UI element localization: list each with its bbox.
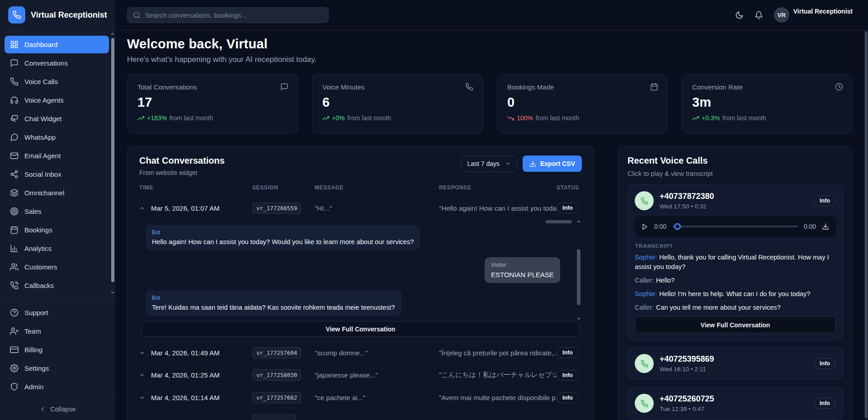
view-full-conversation-button[interactable]: View Full Conversation: [635, 316, 836, 333]
table-row-partial[interactable]: [139, 409, 582, 420]
sidebar-item-social-inbox[interactable]: Social Inbox: [5, 165, 109, 183]
info-badge[interactable]: Info: [814, 195, 836, 206]
conversation-scrollbar[interactable]: [576, 219, 581, 321]
sidebar-item-omnichannel[interactable]: Omnichannel: [5, 184, 109, 202]
stat-label: Total Conversations: [137, 83, 288, 91]
chevron-down-icon[interactable]: [576, 316, 581, 321]
row-time-cell: Mar 4, 2026, 01:25 AM: [139, 371, 252, 379]
trending-up-icon: [692, 115, 699, 122]
play-icon[interactable]: [642, 223, 648, 230]
sidebar-item-team[interactable]: Team: [5, 322, 109, 340]
page-scrollbar[interactable]: [864, 30, 868, 420]
sidebar-scrollbar-thumb[interactable]: [111, 38, 114, 282]
user-menu[interactable]: VR Virtual Receptionist: [774, 7, 853, 23]
search-input[interactable]: [145, 11, 323, 19]
sidebar-item-analytics[interactable]: Analytics: [5, 240, 109, 257]
call-number: +40725260725: [660, 394, 714, 404]
chevron-down-icon[interactable]: [139, 372, 145, 378]
download-icon[interactable]: [822, 223, 829, 230]
row-response: "こんにちは！私はバーチャルレセプショ...: [439, 371, 557, 379]
stat-card-voice-minutes: Voice Minutes 6 +0% from last month: [312, 74, 483, 133]
sidebar-item-label: Voice Agents: [24, 96, 64, 104]
bubble-text: Tere! Kuidas ma saan teid täna aidata? K…: [152, 304, 395, 311]
page-scrollbar-thumb[interactable]: [865, 31, 868, 418]
collapse-sidebar-button[interactable]: Collapse: [0, 397, 115, 420]
player-seek-slider[interactable]: [672, 226, 798, 227]
sidebar-item-billing[interactable]: Billing: [5, 341, 109, 359]
bubble-sender: Visitor: [491, 262, 554, 268]
sidebar-item-sales[interactable]: Sales: [5, 203, 109, 220]
session-badge: vr_177257662: [252, 392, 301, 403]
chevron-down-icon[interactable]: [110, 290, 115, 295]
sidebar-item-customers[interactable]: Customers: [5, 258, 109, 276]
sidebar-item-support[interactable]: Support: [5, 304, 109, 321]
horizontal-scrollbar-thumb[interactable]: [546, 220, 572, 223]
column-header-session: SESSION: [252, 184, 315, 191]
voice-call-card[interactable]: +40725395869 Wed 16:10 • 2:11 Info: [627, 347, 843, 380]
row-message: "HI...": [315, 204, 439, 212]
user-plus-icon: [10, 327, 19, 335]
sidebar-item-conversations[interactable]: Conversations: [5, 54, 109, 72]
call-meta: Wed 17:50 • 0:32: [660, 203, 714, 210]
info-badge[interactable]: Info: [557, 347, 579, 358]
phone-avatar-icon: [635, 354, 654, 373]
avatar[interactable]: VR: [774, 7, 789, 23]
sidebar-item-callbacks[interactable]: Callbacks: [5, 277, 109, 294]
trending-down-icon: [507, 115, 514, 122]
sidebar-item-dashboard[interactable]: Dashboard: [5, 36, 109, 53]
bubble-text: ESTONIAN PLEASE: [491, 271, 554, 278]
sidebar-item-admin[interactable]: Admin: [5, 378, 109, 396]
sidebar-item-whatsapp[interactable]: WhatsApp: [5, 128, 109, 146]
info-badge[interactable]: Info: [557, 392, 579, 403]
moon-icon[interactable]: [735, 11, 744, 19]
transcript-line: Sophie:Hello, thank you for calling Virt…: [635, 253, 836, 272]
chevron-up-icon[interactable]: [576, 219, 581, 224]
voice-call-card[interactable]: +40737872380 Wed 17:50 • 0:32 Info 0:00: [627, 184, 843, 340]
app-logo: Virtual Receptionist: [0, 0, 115, 30]
sidebar-item-label: Team: [24, 327, 41, 335]
users-icon: [10, 263, 19, 271]
layers-icon: [10, 189, 19, 197]
chevron-down-icon[interactable]: [139, 395, 145, 401]
row-response: "Înțeleg că prețurile pot părea ridicate…: [439, 349, 557, 357]
row-message: "ce pachete ai...": [315, 394, 439, 401]
bell-icon[interactable]: [755, 11, 763, 19]
table-row[interactable]: Mar 4, 2026, 01:25 AM vr_177258030 "japa…: [139, 364, 582, 387]
sidebar-item-label: Social Inbox: [24, 170, 61, 178]
table-row[interactable]: Mar 4, 2026, 01:14 AM vr_177257662 "ce p…: [139, 387, 582, 409]
sidebar-item-voice-calls[interactable]: Voice Calls: [5, 73, 109, 90]
info-badge[interactable]: Info: [814, 358, 836, 369]
chevron-down-icon[interactable]: [139, 350, 145, 356]
sidebar-item-label: Support: [24, 309, 48, 316]
transcript-line: Sophie:Hello! I'm here to help. What can…: [635, 289, 836, 299]
sidebar-item-email-agent[interactable]: Email Agent: [5, 147, 109, 165]
sidebar-item-label: Bookings: [24, 226, 52, 234]
info-badge[interactable]: Info: [814, 398, 836, 409]
sidebar-item-label: Email Agent: [24, 152, 61, 160]
info-badge[interactable]: Info: [557, 370, 579, 381]
table-row[interactable]: Mar 4, 2026, 01:49 AM vr_177257604 "scum…: [139, 341, 582, 364]
sidebar-item-label: Callbacks: [24, 282, 54, 289]
sidebar-item-chat-widget[interactable]: Chat Widget: [5, 110, 109, 127]
sidebar-scrollbar[interactable]: [110, 32, 115, 295]
info-badge[interactable]: Info: [557, 203, 579, 213]
sidebar-item-voice-agents[interactable]: Voice Agents: [5, 91, 109, 109]
date-range-select[interactable]: Last 7 days: [461, 156, 517, 172]
sidebar-item-settings[interactable]: Settings: [5, 359, 109, 377]
table-row[interactable]: Mar 5, 2026, 01:07 AM vr_177266559 "HI..…: [139, 197, 582, 219]
transcript-speaker: Sophie:: [635, 290, 657, 297]
chevron-down-icon: [505, 160, 511, 167]
collapse-label: Collapse: [50, 406, 75, 413]
sidebar-item-label: Admin: [24, 383, 44, 391]
export-csv-button[interactable]: Export CSV: [523, 156, 582, 172]
voice-call-card[interactable]: +40725260725 Tue 12:39 • 0:47 Info: [627, 387, 843, 420]
conversation-scrollbar-thumb[interactable]: [577, 249, 580, 305]
view-full-conversation-button[interactable]: View Full Conversation: [142, 321, 580, 337]
chevron-up-icon[interactable]: [139, 205, 145, 211]
bar-chart-icon: [10, 244, 19, 253]
chevron-up-icon[interactable]: [110, 32, 115, 36]
player-slider-thumb[interactable]: [674, 223, 681, 230]
date-range-value: Last 7 days: [467, 160, 500, 167]
page-title: Welcome back, Virtual: [127, 37, 853, 52]
sidebar-item-bookings[interactable]: Bookings: [5, 221, 109, 239]
